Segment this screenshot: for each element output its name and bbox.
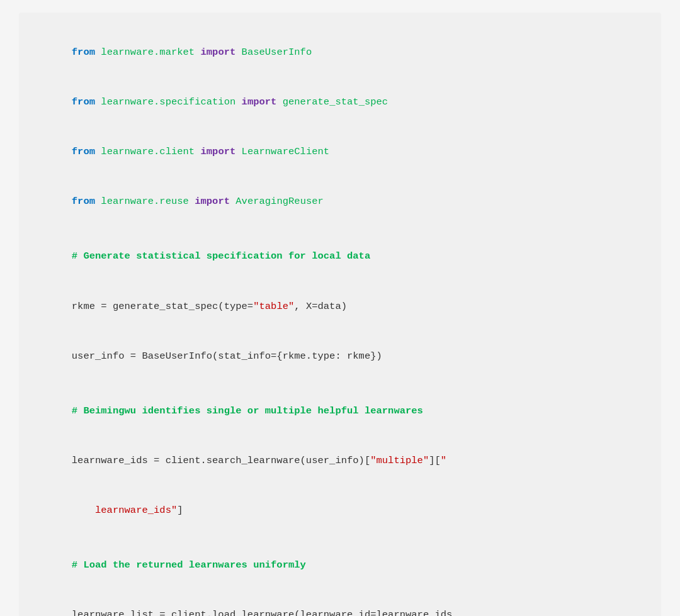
- keyword-from-3: from: [72, 146, 95, 157]
- module-1: learnware.market: [101, 47, 195, 58]
- comment-3: # Load the returned learnwares uniformly: [72, 559, 306, 571]
- import-line-2: from learnware.specification import gene…: [37, 77, 643, 127]
- blank-1: [37, 227, 643, 232]
- blank-3: [37, 535, 643, 540]
- code-line-learnware-ids-a: learnware_ids = client.search_learnware(…: [37, 435, 643, 485]
- code-block: from learnware.market import BaseUserInf…: [19, 13, 661, 616]
- module-4: learnware.reuse: [101, 196, 189, 207]
- blank-2: [37, 381, 643, 386]
- import-line-3: from learnware.client import LearnwareCl…: [37, 127, 643, 177]
- keyword-from-2: from: [72, 96, 95, 108]
- keyword-from-1: from: [72, 47, 95, 58]
- keyword-from-4: from: [72, 196, 95, 207]
- keyword-import-4: import: [195, 196, 230, 207]
- keyword-import-1: import: [200, 47, 235, 58]
- comment-1: # Generate statistical specification for…: [72, 250, 370, 262]
- code-line-learnware-ids-b: learnware_ids"]: [37, 485, 643, 535]
- module-2: learnware.specification: [101, 96, 235, 108]
- comment-line-2: # Beimingwu identifies single or multipl…: [37, 386, 643, 435]
- class-2: generate_stat_spec: [283, 96, 388, 108]
- comment-line-3: # Load the returned learnwares uniformly: [37, 540, 643, 590]
- comment-line-1: # Generate statistical specification for…: [37, 232, 643, 281]
- class-4: AveragingReuser: [235, 196, 324, 207]
- class-1: BaseUserInfo: [242, 47, 312, 58]
- keyword-import-3: import: [200, 146, 235, 157]
- class-3: LearnwareClient: [242, 146, 330, 157]
- code-line-userinfo: user_info = BaseUserInfo(stat_info={rkme…: [37, 331, 643, 381]
- keyword-import-2: import: [242, 96, 277, 108]
- comment-2: # Beimingwu identifies single or multipl…: [72, 405, 423, 417]
- import-line-1: from learnware.market import BaseUserInf…: [37, 28, 643, 77]
- import-line-4: from learnware.reuse import AveragingReu…: [37, 177, 643, 227]
- code-line-learnware-list-a: learnware_list = client.load_learnware(l…: [37, 590, 643, 616]
- module-3: learnware.client: [101, 146, 195, 157]
- code-line-rkme: rkme = generate_stat_spec(type="table", …: [37, 281, 643, 331]
- page: from learnware.market import BaseUserInf…: [0, 0, 680, 616]
